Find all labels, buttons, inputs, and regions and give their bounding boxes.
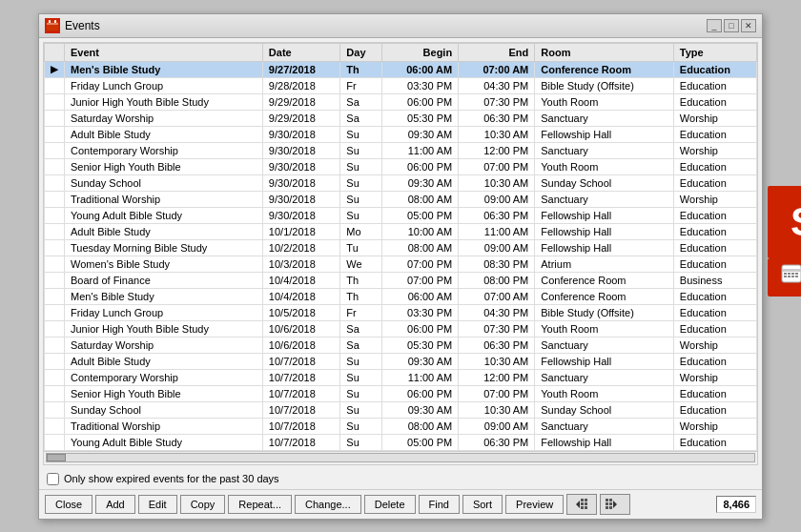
copy-button[interactable]: Copy	[180, 495, 226, 514]
col-date[interactable]: Date	[262, 43, 340, 61]
table-header-row: Event Date Day Begin End Room Type	[45, 43, 757, 61]
table-row[interactable]: Saturday Worship9/29/2018Sa05:30 PM06:30…	[45, 110, 757, 126]
expired-events-checkbox-row: Only show expired events for the past 30…	[39, 469, 762, 489]
svg-rect-0	[47, 21, 58, 31]
table-row[interactable]: Friday Lunch Group10/5/2018Fr03:30 PM04:…	[45, 304, 757, 320]
table-row[interactable]: Contemporary Worship10/7/2018Su11:00 AM1…	[45, 369, 757, 385]
preview-button[interactable]: Preview	[505, 495, 564, 514]
table-row[interactable]: Young Adult Bible Study9/30/2018Su05:00 …	[45, 207, 757, 223]
table-row[interactable]: Adult Bible Study9/30/2018Su09:30 AM10:3…	[45, 126, 757, 142]
repeat-button[interactable]: Repeat...	[228, 495, 292, 514]
find-button[interactable]: Find	[419, 495, 460, 514]
expired-events-checkbox[interactable]	[47, 473, 59, 485]
svg-rect-9	[581, 506, 584, 509]
table-row[interactable]: Tuesday Morning Bible Study10/2/2018Tu08…	[45, 239, 757, 256]
svg-rect-13	[606, 502, 608, 505]
svg-rect-14	[609, 502, 612, 505]
window-title: Events	[65, 19, 100, 32]
title-bar-left: Events	[45, 18, 100, 33]
svg-rect-23	[795, 273, 798, 275]
minimize-button[interactable]: _	[707, 19, 722, 32]
nav-grid-right-button[interactable]	[600, 494, 630, 515]
events-table-container: Event Date Day Begin End Room Type ▶Men'…	[43, 42, 758, 465]
svg-rect-27	[795, 276, 798, 277]
table-row[interactable]: ▶Men's Bible Study9/27/2018Th06:00 AM07:…	[45, 61, 757, 77]
col-type[interactable]: Type	[673, 43, 756, 61]
s-logo-calendar	[768, 258, 801, 297]
table-row[interactable]: Adult Bible Study10/1/2018Mo10:00 AM11:0…	[45, 223, 757, 239]
svg-marker-17	[613, 501, 617, 508]
app-icon	[45, 18, 60, 33]
svg-rect-1	[47, 23, 58, 25]
table-row[interactable]: Sunday School9/30/2018Su09:30 AM10:30 AM…	[45, 174, 757, 191]
col-event[interactable]: Event	[65, 43, 263, 61]
svg-rect-25	[788, 276, 791, 277]
col-begin[interactable]: Begin	[382, 43, 459, 61]
table-row[interactable]: Junior High Youth Bible Study9/29/2018Sa…	[45, 93, 757, 110]
svg-rect-11	[606, 499, 608, 501]
sort-button[interactable]: Sort	[462, 495, 503, 514]
title-bar-buttons: _ □ ✕	[707, 19, 756, 32]
svg-rect-6	[585, 499, 587, 501]
svg-rect-12	[609, 499, 612, 501]
table-row[interactable]: Senior High Youth Bible9/30/2018Su06:00 …	[45, 158, 757, 174]
table-scroll-area[interactable]: Event Date Day Begin End Room Type ▶Men'…	[44, 43, 757, 451]
events-table: Event Date Day Begin End Room Type ▶Men'…	[44, 43, 757, 451]
table-row[interactable]: Young Adult Bible Study10/7/2018Su05:00 …	[45, 434, 757, 450]
nav-grid-left-button[interactable]	[566, 494, 597, 515]
toolbar: Close Add Edit Copy Repeat... Change... …	[39, 489, 762, 519]
col-day[interactable]: Day	[340, 43, 382, 61]
svg-marker-4	[576, 501, 580, 508]
svg-rect-24	[784, 276, 787, 277]
scrollbar-track[interactable]	[46, 453, 755, 462]
svg-rect-16	[609, 506, 612, 509]
svg-rect-21	[788, 273, 791, 275]
horizontal-scrollbar[interactable]	[44, 451, 757, 464]
svg-rect-19	[782, 269, 801, 272]
maximize-button[interactable]: □	[724, 19, 739, 32]
table-row[interactable]: Junior High Youth Bible Study10/6/2018Sa…	[45, 320, 757, 337]
svg-rect-2	[49, 20, 51, 23]
change-button[interactable]: Change...	[295, 495, 361, 514]
table-row[interactable]: Traditional Worship10/7/2018Su08:00 AM09…	[45, 418, 757, 434]
table-row[interactable]: Traditional Worship9/30/2018Su08:00 AM09…	[45, 191, 757, 207]
svg-rect-20	[784, 273, 787, 275]
record-count: 8,466	[716, 496, 756, 513]
table-row[interactable]: Senior High Youth Bible10/7/2018Su06:00 …	[45, 385, 757, 401]
svg-rect-3	[54, 20, 56, 23]
svg-rect-7	[581, 502, 584, 505]
events-window: Events _ □ ✕ Event Date Day Begin End Ro	[38, 13, 763, 520]
table-row[interactable]: Men's Bible Study10/4/2018Th06:00 AM07:0…	[45, 288, 757, 304]
table-row[interactable]: Saturday Worship10/6/2018Sa05:30 PM06:30…	[45, 337, 757, 353]
table-row[interactable]: Sunday School10/7/2018Su09:30 AM10:30 AM…	[45, 401, 757, 418]
edit-button[interactable]: Edit	[138, 495, 177, 514]
col-room[interactable]: Room	[535, 43, 674, 61]
table-row[interactable]: Adult Bible Study10/7/2018Su09:30 AM10:3…	[45, 353, 757, 369]
close-window-button[interactable]: ✕	[741, 19, 756, 32]
table-row[interactable]: Board of Finance10/4/2018Th07:00 PM08:00…	[45, 272, 757, 288]
svg-rect-10	[585, 506, 587, 509]
expired-events-label: Only show expired events for the past 30…	[64, 473, 279, 484]
col-indicator	[45, 43, 65, 61]
svg-rect-8	[585, 502, 587, 505]
add-button[interactable]: Add	[95, 495, 135, 514]
col-end[interactable]: End	[459, 43, 535, 61]
table-row[interactable]: Friday Lunch Group9/28/2018Fr03:30 PM04:…	[45, 77, 757, 93]
svg-rect-5	[581, 499, 584, 501]
svg-rect-26	[791, 276, 794, 277]
table-row[interactable]: Women's Bible Study10/3/2018We07:00 PM08…	[45, 256, 757, 272]
close-button[interactable]: Close	[45, 495, 92, 514]
title-bar: Events _ □ ✕	[39, 14, 762, 38]
delete-button[interactable]: Delete	[364, 495, 416, 514]
s-logo: S	[768, 186, 801, 258]
scrollbar-thumb[interactable]	[47, 454, 66, 461]
svg-rect-22	[791, 273, 794, 275]
svg-rect-15	[606, 506, 608, 509]
table-row[interactable]: Contemporary Worship9/30/2018Su11:00 AM1…	[45, 142, 757, 158]
